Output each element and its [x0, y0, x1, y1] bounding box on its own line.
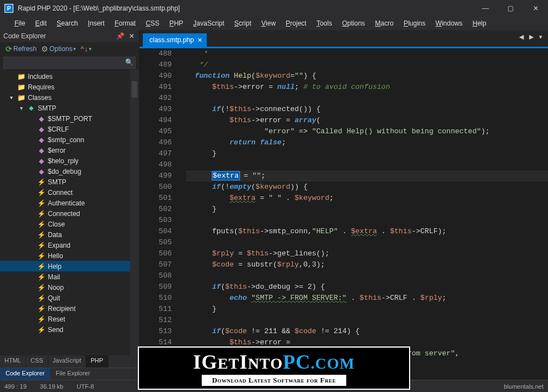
- file-tab-label: class.smtp.php: [150, 36, 194, 44]
- code-line[interactable]: function Help($keyword="") {: [186, 71, 548, 82]
- code-line[interactable]: [186, 315, 548, 326]
- tree-arrow-icon[interactable]: ▾: [20, 105, 27, 111]
- search-icon[interactable]: 🔍: [125, 58, 133, 66]
- menu-macro[interactable]: Macro: [371, 18, 398, 28]
- tree-item-label: Mail: [48, 273, 60, 281]
- menu-windows[interactable]: Windows: [431, 18, 467, 28]
- menu-help[interactable]: Help: [468, 18, 491, 28]
- code-line[interactable]: [186, 215, 548, 226]
- tree-item-data[interactable]: ⚡Data: [0, 229, 139, 240]
- tree-item-helorply[interactable]: ◆$helo_rply: [0, 155, 139, 166]
- code-line[interactable]: [186, 270, 548, 282]
- line-number: 501: [140, 193, 172, 204]
- menu-javascript[interactable]: JavaScript: [189, 18, 229, 28]
- maximize-button[interactable]: ▢: [498, 0, 523, 17]
- tree-item-noop[interactable]: ⚡Noop: [0, 282, 139, 293]
- tree-item-requires[interactable]: 📁Requires: [0, 82, 139, 92]
- tree-item-hello[interactable]: ⚡Hello: [0, 250, 139, 261]
- menu-project[interactable]: Project: [281, 18, 311, 28]
- tree-arrow-icon[interactable]: ▾: [10, 94, 17, 100]
- tree-item-includes[interactable]: 📁Includes: [0, 71, 139, 82]
- tree-item-smtpport[interactable]: ◆$SMTP_PORT: [0, 113, 139, 124]
- menu-tools[interactable]: Tools: [312, 18, 336, 28]
- menu-options[interactable]: Options: [337, 18, 369, 28]
- close-button[interactable]: ✕: [523, 0, 548, 17]
- tree-item-dodebug[interactable]: ◆$do_debug: [0, 166, 139, 177]
- explorer-tab-code-explorer[interactable]: Code Explorer: [0, 368, 50, 380]
- tree-item-help[interactable]: ⚡Help: [0, 261, 139, 272]
- code-line[interactable]: [186, 93, 548, 104]
- tree-item-reset[interactable]: ⚡Reset: [0, 314, 139, 324]
- tree-item-label: Connect: [48, 189, 73, 197]
- code-line[interactable]: $extra = "";: [186, 170, 548, 182]
- tree-item-authenticate[interactable]: ⚡Authenticate: [0, 198, 139, 208]
- tree-item-send[interactable]: ⚡Send: [0, 324, 139, 335]
- code-line[interactable]: if(!$this->connected()) {: [186, 104, 548, 115]
- code-line[interactable]: [186, 237, 548, 248]
- lang-tab-php[interactable]: PHP: [86, 355, 108, 368]
- search-input[interactable]: [3, 57, 136, 69]
- menu-edit[interactable]: Edit: [31, 18, 51, 28]
- code-content[interactable]: * */ function Help($keyword="") { $this-…: [182, 48, 548, 380]
- code-line[interactable]: "error" => "Called Help() without being …: [186, 126, 548, 137]
- sort-button[interactable]: ᴬ↓ ▾: [78, 44, 94, 53]
- code-line[interactable]: $code = substr($rply,0,3);: [186, 259, 548, 270]
- code-line[interactable]: */: [186, 59, 548, 71]
- code-line[interactable]: fputs($this->smtp_conn,"HELP" . $extra .…: [186, 226, 548, 237]
- menu-view[interactable]: View: [257, 18, 280, 28]
- menu-format[interactable]: Format: [110, 18, 140, 28]
- menu-file[interactable]: File: [10, 18, 29, 28]
- tree-item-quit[interactable]: ⚡Quit: [0, 293, 139, 303]
- menu-insert[interactable]: Insert: [83, 18, 109, 28]
- tree-item-classes[interactable]: ▾📁Classes: [0, 92, 139, 103]
- tree-scrollbar[interactable]: [130, 70, 139, 355]
- menu-css[interactable]: CSS: [141, 18, 164, 28]
- brand-link[interactable]: blumentals.net: [504, 383, 544, 390]
- code-editor[interactable]: 4884894904914924934944954964974984995005…: [140, 48, 548, 380]
- tab-next-icon[interactable]: ▶: [527, 32, 536, 42]
- code-line[interactable]: if(!empty($keyword)) {: [186, 182, 548, 193]
- code-line[interactable]: return false;: [186, 137, 548, 148]
- tab-menu-icon[interactable]: ▾: [537, 32, 545, 42]
- code-line[interactable]: $extra = " " . $keyword;: [186, 193, 548, 204]
- options-button[interactable]: ⚙ Options ▾: [39, 44, 78, 53]
- code-line[interactable]: $rply = $this->get_lines();: [186, 248, 548, 259]
- menu-plugins[interactable]: Plugins: [399, 18, 430, 28]
- panel-close-icon[interactable]: ✕: [128, 32, 136, 40]
- code-line[interactable]: *: [186, 48, 548, 59]
- tree-item-smtpconn[interactable]: ◆$smtp_conn: [0, 134, 139, 145]
- tree-item-crlf[interactable]: ◆$CRLF: [0, 124, 139, 134]
- tab-close-icon[interactable]: ✕: [197, 37, 202, 44]
- code-line[interactable]: echo "SMTP -> FROM SERVER:" . $this->CRL…: [186, 293, 548, 304]
- menu-php[interactable]: PHP: [165, 18, 188, 28]
- tree-item-mail[interactable]: ⚡Mail: [0, 272, 139, 282]
- tree-item-connect[interactable]: ⚡Connect: [0, 187, 139, 198]
- code-line[interactable]: }: [186, 204, 548, 215]
- minimize-button[interactable]: —: [473, 0, 498, 17]
- code-line[interactable]: $this->error = array(: [186, 115, 548, 126]
- pin-icon[interactable]: 📌: [115, 32, 126, 40]
- code-line[interactable]: $this->error = null; # to avoid confusio…: [186, 82, 548, 93]
- code-line[interactable]: }: [186, 148, 548, 159]
- class-icon: ◆: [27, 104, 36, 112]
- tab-prev-icon[interactable]: ◀: [517, 32, 526, 42]
- file-tab-active[interactable]: class.smtp.php ✕: [143, 33, 207, 47]
- explorer-tab-file-explorer[interactable]: File Explorer: [50, 368, 96, 380]
- code-line[interactable]: if($code != 211 && $code != 214) {: [186, 326, 548, 337]
- menu-script[interactable]: Script: [230, 18, 256, 28]
- code-line[interactable]: if($this->do_debug >= 2) {: [186, 282, 548, 293]
- tree-item-recipient[interactable]: ⚡Recipient: [0, 303, 139, 314]
- tree-item-error[interactable]: ◆$error: [0, 145, 139, 155]
- refresh-button[interactable]: ⟳ Refresh: [3, 44, 39, 53]
- menu-search[interactable]: Search: [52, 18, 82, 28]
- tree-item-connected[interactable]: ⚡Connected: [0, 208, 139, 219]
- tree-item-smtp[interactable]: ⚡SMTP: [0, 177, 139, 187]
- tree-item-close[interactable]: ⚡Close: [0, 219, 139, 229]
- tree-item-smtp[interactable]: ▾◆SMTP: [0, 103, 139, 113]
- tree-item-expand[interactable]: ⚡Expand: [0, 240, 139, 250]
- lang-tab-html[interactable]: HTML: [0, 355, 26, 368]
- lang-tab-javascript[interactable]: JavaScript: [48, 355, 86, 368]
- lang-tab-css[interactable]: CSS: [26, 355, 48, 368]
- code-line[interactable]: }: [186, 304, 548, 315]
- code-line[interactable]: [186, 159, 548, 170]
